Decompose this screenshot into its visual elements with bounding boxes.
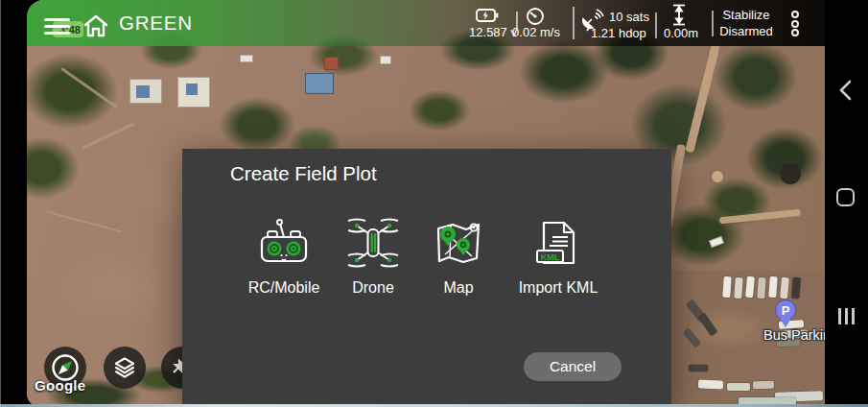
google-watermark: Google: [35, 377, 85, 394]
parking-map-pin[interactable]: P: [775, 299, 796, 321]
flight-mode[interactable]: Stabilize: [716, 8, 777, 22]
satellite-count: 10 sats: [609, 10, 649, 24]
nav-home-icon[interactable]: [836, 188, 855, 206]
map-road: [719, 209, 801, 225]
dot-icon: [791, 11, 799, 18]
kml-file-icon: KML: [531, 216, 585, 270]
home-icon: [82, 13, 109, 38]
map-building: [305, 73, 334, 94]
rc-controller-icon: [257, 216, 311, 270]
app-viewport: P Bus Parking Google: [27, 0, 825, 407]
option-label: Drone: [352, 279, 394, 297]
map-building: [709, 236, 724, 248]
option-label: Map: [443, 279, 473, 297]
option-map[interactable]: Map: [416, 216, 501, 297]
overflow-menu-button[interactable]: [791, 11, 799, 36]
dot-icon: [791, 29, 799, 36]
drone-icon: [346, 216, 400, 270]
speedometer-icon: [526, 7, 545, 26]
map-well: [710, 169, 725, 184]
altitude-value: 0.00m: [660, 26, 702, 40]
map-trail: [47, 211, 122, 233]
map-building: [177, 77, 210, 108]
option-import-kml[interactable]: KML Import KML: [501, 216, 616, 297]
top-header: 3:48 GREEN 12.587 v: [27, 0, 825, 46]
map-trail: [61, 67, 118, 108]
option-drone[interactable]: Drone: [330, 216, 416, 297]
option-rc-mobile[interactable]: RC/Mobile: [238, 216, 330, 297]
poi-label: Bus Parking: [763, 327, 825, 343]
layers-icon: [110, 353, 139, 382]
map-icon: [432, 216, 485, 270]
altitude-icon: [670, 4, 688, 26]
layers-button[interactable]: [104, 347, 146, 389]
device-left-edge: [0, 0, 1, 407]
home-button[interactable]: [82, 13, 109, 42]
ground-speed: 0.02 m/s: [509, 25, 563, 39]
pin-letter: P: [782, 303, 790, 318]
option-label: RC/Mobile: [248, 279, 320, 297]
page-title: GREEN: [119, 0, 193, 46]
nav-back-icon[interactable]: [838, 80, 853, 101]
device-screen: P Bus Parking Google: [0, 0, 868, 407]
dialog-title: Create Field Plot: [230, 162, 377, 185]
option-label: Import KML: [519, 279, 598, 297]
map-building: [380, 56, 391, 64]
map-building: [324, 57, 339, 70]
menu-button[interactable]: [44, 18, 70, 38]
arm-status: Disarmed: [714, 24, 779, 38]
map-well: [780, 163, 801, 184]
map-building: [129, 79, 162, 104]
hdop-value: 1.21 hdop: [591, 26, 646, 40]
map-trail: [82, 122, 134, 149]
cancel-button[interactable]: Cancel: [524, 352, 622, 381]
plot-options-row: RC/Mobile: [238, 216, 616, 297]
divider: [573, 7, 575, 39]
create-field-plot-dialog: Create Field Plot: [182, 149, 671, 407]
kml-badge-text: KML: [541, 252, 560, 262]
battery-icon: [476, 9, 499, 22]
map-building: [240, 55, 253, 62]
divider: [655, 12, 657, 38]
dot-icon: [791, 20, 799, 28]
android-nav-bar: [825, 0, 868, 407]
map-road: [685, 44, 720, 154]
nav-recents-icon[interactable]: [838, 308, 855, 324]
